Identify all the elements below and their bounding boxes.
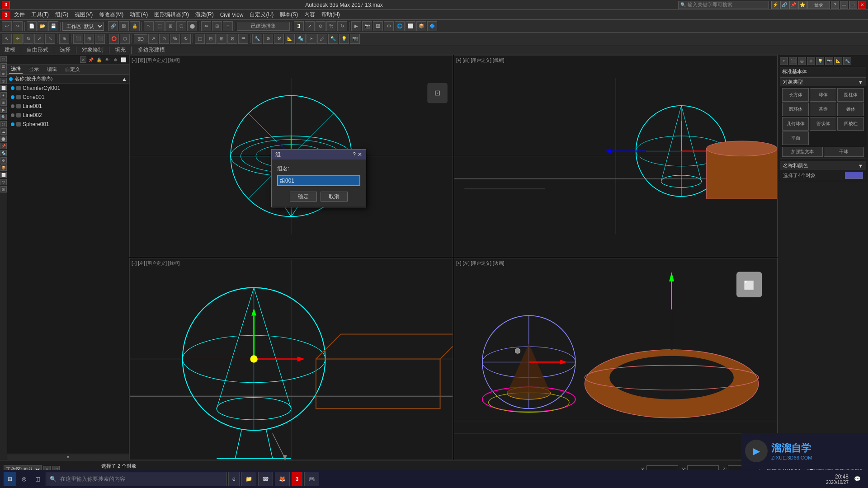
- tb-render8[interactable]: 🔷: [427, 21, 437, 31]
- subtb-object-paint[interactable]: 对象绘制: [79, 45, 106, 55]
- taskbar-edge[interactable]: e: [228, 472, 240, 486]
- tb-spin[interactable]: ↻: [337, 21, 347, 31]
- tb-render6[interactable]: ⬜: [406, 21, 415, 31]
- tb-snap3[interactable]: %: [326, 21, 336, 31]
- taskbar-start[interactable]: ⊞: [4, 472, 16, 486]
- sidebar-icon-6[interactable]: ✦: [0, 92, 7, 99]
- sidebar-icon-8[interactable]: ▶: [0, 107, 7, 113]
- sidebar-icon-11[interactable]: ☁: [0, 128, 7, 135]
- menu-civil-view[interactable]: Civil View: [217, 11, 246, 19]
- tb2-tools10[interactable]: 📷: [350, 34, 360, 44]
- tb-open[interactable]: 📂: [38, 21, 47, 31]
- rp-icon-1[interactable]: +: [780, 57, 788, 65]
- tb-select3[interactable]: ⊞: [165, 21, 175, 31]
- list-item-line001[interactable]: Line001: [7, 102, 129, 111]
- tb-render2[interactable]: 📷: [362, 21, 372, 31]
- tb2-grid[interactable]: ⊞: [84, 34, 94, 44]
- tb2-tools7[interactable]: 🖊: [317, 34, 327, 44]
- menu-animation[interactable]: 动画(A): [127, 10, 151, 19]
- rp-btn-drysphere[interactable]: 干球: [824, 147, 864, 157]
- app-icon[interactable]: 3: [2, 1, 10, 9]
- min-btn[interactable]: —: [840, 1, 848, 9]
- sidebar-icon-16[interactable]: 📦: [0, 164, 7, 171]
- tb2-layer1[interactable]: ◫: [195, 34, 205, 44]
- rp-icon-3[interactable]: ◎: [798, 57, 806, 65]
- rp-btn-torus[interactable]: 圆环体: [782, 103, 809, 116]
- rp-btn-enhanced-text[interactable]: 加强型文本: [782, 147, 823, 157]
- tb-render3[interactable]: 🖼: [373, 21, 383, 31]
- list-item-chamfercyl001[interactable]: ChamferCyl001: [7, 84, 129, 93]
- close-btn[interactable]: ✕: [858, 1, 866, 9]
- dialog-close-icon[interactable]: ✕: [358, 151, 362, 158]
- sidebar-icon-7[interactable]: ⊞: [0, 99, 7, 106]
- sidebar-icon-10[interactable]: ⬡: [0, 121, 7, 127]
- sidebar-icon-4[interactable]: ◎: [0, 78, 7, 84]
- rp-icon-4[interactable]: ⊕: [807, 57, 815, 65]
- rp-btn-pyramid[interactable]: 四棱柱: [837, 117, 864, 131]
- tb-render4[interactable]: ⚙: [384, 21, 394, 31]
- tb2-tools5[interactable]: 🔩: [296, 34, 306, 44]
- scroll-up-btn[interactable]: ▲: [122, 76, 127, 82]
- viewport-bottom-right[interactable]: [+] [左] [用户定义] [边画]: [454, 258, 778, 460]
- lp-icon-lock[interactable]: 🔒: [95, 56, 103, 63]
- icon1[interactable]: ⚡: [771, 1, 779, 9]
- tb-select[interactable]: ↖: [144, 21, 154, 31]
- rp-icon-8[interactable]: 🔧: [843, 57, 851, 65]
- tb2-layer2[interactable]: ⊟: [206, 34, 216, 44]
- tab-select[interactable]: 选择: [9, 65, 23, 74]
- tb2-layer4[interactable]: ⊠: [227, 34, 237, 44]
- tb2-snap-b[interactable]: ⊙: [159, 34, 169, 44]
- tb2-tools6[interactable]: ✂: [307, 34, 316, 44]
- tb-snap1[interactable]: ↗: [305, 21, 315, 31]
- subtb-fill[interactable]: 填充: [112, 45, 128, 55]
- tb-array[interactable]: ⊞: [212, 21, 222, 31]
- sidebar-icon-9[interactable]: 🔍: [0, 114, 7, 120]
- sidebar-icon-18[interactable]: ⊡: [0, 186, 7, 192]
- subtb-modeling[interactable]: 建模: [2, 45, 18, 55]
- lp-icon-extra[interactable]: ⬜: [120, 56, 127, 63]
- taskbar-notification[interactable]: 💬: [850, 472, 864, 486]
- menu-file[interactable]: 文件: [11, 10, 28, 19]
- list-item-sphere001[interactable]: Sphere001: [7, 120, 129, 129]
- taskbar-search-box[interactable]: 🔍 在这里输入你要搜索的内容: [46, 472, 226, 486]
- taskbar-task[interactable]: ◫: [32, 472, 44, 486]
- subtb-select[interactable]: 选择: [57, 45, 73, 55]
- menu-tools[interactable]: 工具(T): [28, 10, 52, 19]
- tb-save[interactable]: 💾: [48, 21, 58, 31]
- max-btn[interactable]: □: [849, 1, 857, 9]
- tb-select4[interactable]: ⬡: [176, 21, 186, 31]
- rp-expand-icon-2[interactable]: ▼: [858, 163, 863, 169]
- tb2-layer3[interactable]: ⊞: [217, 34, 226, 44]
- tb2-tools1[interactable]: 🔧: [252, 34, 262, 44]
- menu-modifier[interactable]: 修改器(M): [96, 10, 126, 19]
- tb-render5[interactable]: 🌐: [395, 21, 405, 31]
- rp-icon-7[interactable]: 📐: [834, 57, 842, 65]
- login-btn[interactable]: 登录: [807, 1, 830, 9]
- menu-graph-editor[interactable]: 图形编辑器(D): [151, 10, 192, 19]
- tb-render1[interactable]: ▶: [351, 21, 361, 31]
- lp-icon-freeze[interactable]: ❄: [112, 56, 119, 63]
- tb2-extra1[interactable]: ⭕: [109, 34, 119, 44]
- rp-btn-cone[interactable]: 锥体: [837, 103, 864, 116]
- tab-customize[interactable]: 自定义: [63, 65, 82, 74]
- tb2-tools8[interactable]: 🔦: [328, 34, 338, 44]
- rp-icon-5[interactable]: 💡: [816, 57, 824, 65]
- tb-select5[interactable]: ⬤: [187, 21, 197, 31]
- tb2-tools3[interactable]: ⚒: [274, 34, 284, 44]
- tb-new[interactable]: 📄: [27, 21, 37, 31]
- tb-align[interactable]: ≡: [223, 21, 233, 31]
- sidebar-icon-13[interactable]: 📌: [0, 143, 7, 149]
- menu-customize[interactable]: 自定义(U): [247, 10, 276, 19]
- sidebar-icon-3[interactable]: ⊕: [0, 70, 7, 77]
- tb-bind[interactable]: 🔒: [130, 21, 140, 31]
- lp-close-icon[interactable]: ✕: [80, 56, 86, 63]
- tb2-rot[interactable]: ↻: [181, 34, 191, 44]
- sidebar-icon-2[interactable]: ☰: [0, 63, 7, 70]
- rp-btn-geosphere[interactable]: 几何球体: [782, 117, 809, 131]
- tb2-tools2[interactable]: ⚙: [263, 34, 273, 44]
- tb2-snap-a[interactable]: ↗: [148, 34, 158, 44]
- taskbar-3dsmax[interactable]: 3: [292, 472, 303, 486]
- tb2-scale[interactable]: ⤢: [34, 34, 44, 44]
- tb2-select[interactable]: ↖: [2, 34, 12, 44]
- tb-mirror[interactable]: ⇔: [201, 21, 211, 31]
